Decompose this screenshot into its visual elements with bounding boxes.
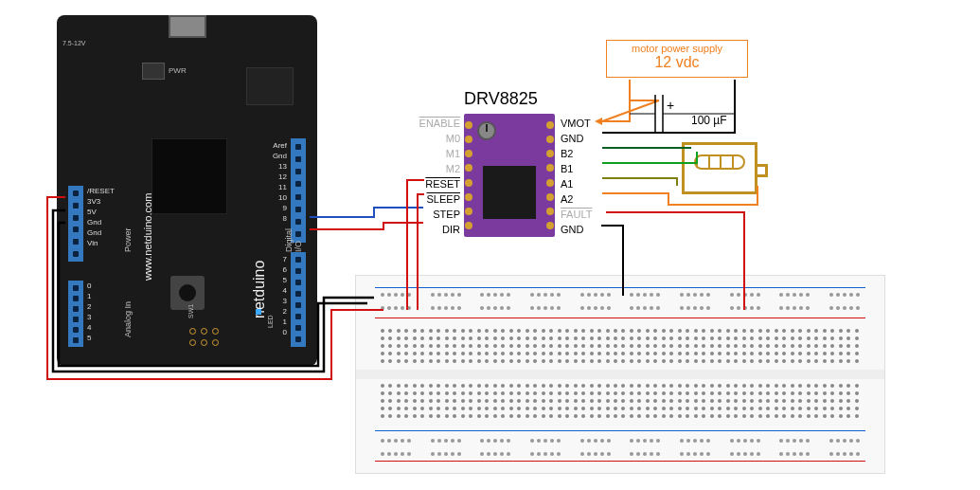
analog-pin-labels: 0 1 2 3 4 5 bbox=[87, 281, 91, 343]
power-indicator bbox=[142, 63, 165, 80]
digital-group-label: Digital I/O bbox=[284, 219, 303, 252]
dc-jack-label: 7.5-12V bbox=[62, 40, 86, 46]
power-pin-labels: /RESET 3V3 5V Gnd Gnd Vin bbox=[87, 186, 115, 248]
pwr-label: PWR bbox=[169, 66, 187, 75]
status-led-icon bbox=[256, 309, 261, 315]
usb-port-icon bbox=[169, 15, 206, 38]
brand-url: www.netduino.com bbox=[142, 193, 153, 281]
icsp-header-icon bbox=[189, 328, 222, 349]
svg-marker-0 bbox=[595, 118, 602, 125]
current-pot-icon bbox=[477, 121, 496, 140]
stepper-motor-icon bbox=[682, 142, 757, 194]
digital-bot-labels: 7 6 5 4 3 2 1 0 bbox=[283, 254, 287, 337]
capacitor-label: 100 µF bbox=[691, 114, 727, 127]
netduino-board: 7.5-12V PWR /RESET 3V3 5V Gnd Gnd Vin 0 … bbox=[57, 15, 317, 366]
led-label: LED bbox=[267, 315, 274, 328]
drv-pins-left bbox=[464, 114, 473, 237]
breadboard bbox=[355, 275, 885, 474]
psu-label: motor power supply bbox=[609, 43, 745, 54]
drv-labels-left: ENABLE M0 M1 M2 RESET SLEEP STEP DIR bbox=[407, 116, 460, 237]
psu-voltage: 12 vdc bbox=[609, 54, 745, 71]
drv8825-board bbox=[464, 114, 555, 237]
header-power bbox=[68, 186, 83, 262]
power-group-label: Power bbox=[123, 227, 133, 252]
drv-chip-icon bbox=[483, 166, 536, 219]
aux-chip-icon bbox=[246, 67, 294, 105]
digital-top-labels: Aref Gnd 13 12 11 10 9 8 bbox=[273, 140, 287, 224]
cap-plus: + bbox=[667, 98, 674, 113]
header-digital-bot bbox=[291, 252, 306, 347]
analog-group-label: Analog In bbox=[123, 301, 133, 337]
drv-pins-right bbox=[545, 114, 555, 237]
drv8825-title: DRV8825 bbox=[464, 89, 538, 109]
mcu-chip-icon bbox=[151, 138, 227, 214]
sw-label: SW1 bbox=[187, 304, 194, 318]
power-supply-box: motor power supply 12 vdc bbox=[606, 40, 748, 78]
drv-labels-right: VMOT GND B2 B1 A1 A2 FAULT GND bbox=[561, 116, 592, 237]
header-analog bbox=[68, 281, 83, 347]
